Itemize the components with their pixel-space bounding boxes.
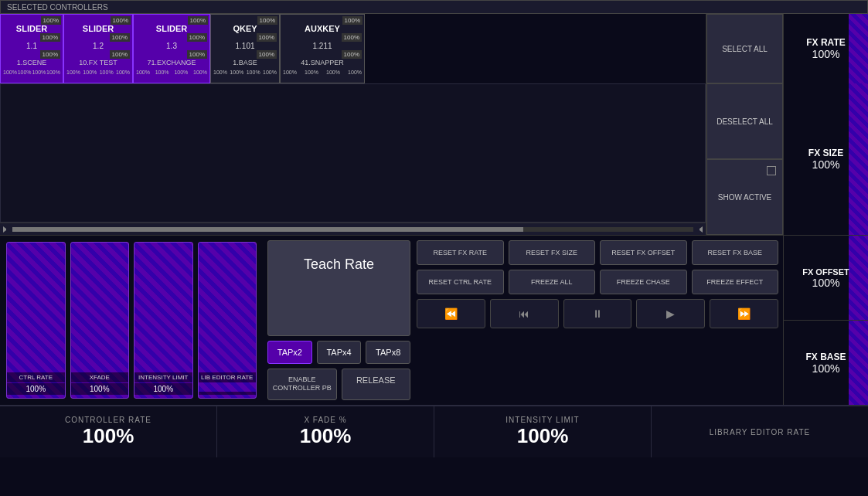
- reset-ctrl-rate-button[interactable]: RESET CTRL RATE: [417, 270, 504, 294]
- tap-row: TAPx2 TAPx4 TAPx8: [267, 341, 410, 364]
- transport-play[interactable]: ▶: [636, 299, 705, 328]
- transport-ff[interactable]: ⏩: [710, 299, 778, 328]
- xfade-percent: 100%: [71, 383, 129, 395]
- qkey-id: 1.101: [213, 42, 277, 50]
- transport-row: ⏪ ⏮ ⏸ ▶ ⏩: [417, 299, 778, 328]
- transport-pause[interactable]: ⏸: [563, 299, 632, 328]
- controller-card-slider-1-3[interactable]: 100% SLIDER 100% 1.3 100% 71.EXCHANGE 10…: [133, 14, 210, 83]
- fx-offset-label: FX OFFSET: [802, 267, 849, 277]
- fx-base-stripe: [849, 321, 868, 405]
- main-controls: Teach Rate TAPx2 TAPx4 TAPx8 ENABLECONTR…: [263, 236, 783, 405]
- selected-controllers-bar: SELECTED CONTROLLERS: [0, 0, 868, 14]
- action-buttons: RESET FX RATE RESET FX SIZE RESET FX OFF…: [417, 240, 778, 400]
- controllers-area: 100% SLIDER 100% 1.1 100% 1.SCENE 100% 1…: [0, 14, 706, 83]
- slider-1-3-sub: 71.EXCHANGE: [136, 59, 207, 66]
- slider-1-2-name: SLIDER: [66, 24, 130, 33]
- intensity-percent: 100%: [134, 383, 192, 395]
- tapx4-button[interactable]: TAPx4: [317, 341, 362, 364]
- mid-wrapper: [0, 83, 706, 235]
- slider-1-1-id: 1.1: [3, 42, 60, 50]
- slider-1-1-badge2: 100%: [40, 33, 60, 42]
- select-panel: SELECT ALL: [706, 14, 783, 83]
- fx-offset-value: 100%: [812, 277, 840, 289]
- controller-card-qkey[interactable]: 100% QKEY 100% 1.101 100% 1.BASE 100% 10…: [210, 14, 280, 83]
- status-bar: CONTROLLER RATE 100% X FADE % 100% INTEN…: [0, 405, 868, 457]
- scroll-left-arrow[interactable]: [3, 226, 9, 233]
- fx-rate-label: FX RATE: [806, 37, 845, 48]
- fx-offset-item: FX OFFSET 100%: [784, 236, 868, 321]
- intensity-limit-slider[interactable]: INTENSITY LIMIT 100%: [134, 242, 193, 399]
- scrollbar-area[interactable]: [0, 223, 706, 235]
- scroll-thumb: [12, 227, 523, 232]
- ctrl-rate-slider[interactable]: CTRL RATE 100%: [6, 242, 66, 399]
- btm-row: CTRL RATE 100% XFADE 100% INTENSITY LIMI…: [0, 235, 868, 405]
- xfade-slider[interactable]: XFADE 100%: [70, 242, 130, 399]
- fx-base-item: FX BASE 100%: [784, 321, 868, 405]
- tapx8-button[interactable]: TAPx8: [366, 341, 410, 364]
- qkey-name: QKEY: [213, 24, 277, 33]
- fx-rate-stripe: [849, 14, 868, 83]
- qkey-sub: 1.BASE: [213, 59, 277, 66]
- status-xfade-label: X FADE %: [304, 416, 346, 424]
- reset-fx-size-button[interactable]: RESET FX SIZE: [509, 240, 596, 265]
- enable-controller-button[interactable]: ENABLECONTROLLER PB: [267, 369, 337, 400]
- top-row: 100% SLIDER 100% 1.1 100% 1.SCENE 100% 1…: [0, 14, 868, 83]
- auxkey-sub: 41.SNAPPER: [283, 59, 362, 66]
- select-all-button[interactable]: SELECT ALL: [706, 14, 783, 83]
- status-ctrl-rate-value: 100%: [83, 424, 134, 448]
- mid-row: DESELECT ALL SHOW ACTIVE FX SIZE 100%: [0, 83, 868, 235]
- controller-card-auxkey[interactable]: 100% AUXKEY 100% 1.211 100% 41.SNAPPER 1…: [280, 14, 365, 83]
- deselect-all-button[interactable]: DESELECT ALL: [706, 83, 783, 159]
- p3: 100%: [32, 70, 46, 75]
- transport-prev[interactable]: ⏮: [490, 299, 559, 328]
- status-intensity: INTENSITY LIMIT 100%: [434, 406, 652, 457]
- action-row-2: RESET CTRL RATE FREEZE ALL FREEZE CHASE …: [417, 270, 778, 294]
- tapx2-button[interactable]: TAPx2: [267, 341, 312, 364]
- scroll-track[interactable]: [12, 227, 693, 232]
- fx-size-item: FX SIZE 100%: [783, 83, 868, 235]
- lib-editor-slider[interactable]: LIB EDITOR RATE: [198, 242, 257, 399]
- slider-1-2-badge: 100%: [111, 16, 131, 25]
- auxkey-id: 1.211: [283, 42, 362, 50]
- slider-1-2-id: 1.2: [66, 42, 130, 50]
- slider-1-3-name: SLIDER: [136, 24, 207, 33]
- freeze-effect-button[interactable]: FREEZE EFFECT: [692, 270, 779, 294]
- show-active-checkbox[interactable]: [767, 166, 776, 175]
- status-ctrl-rate-label: CONTROLLER RATE: [65, 416, 151, 424]
- lib-editor-label: LIB EDITOR RATE: [199, 372, 257, 382]
- auxkey-name: AUXKEY: [283, 24, 362, 33]
- reset-fx-offset-button[interactable]: RESET FX OFFSET: [600, 240, 687, 265]
- teach-rate-button[interactable]: Teach Rate: [267, 240, 410, 336]
- ctrl-rate-percent: 100%: [7, 383, 65, 395]
- reset-fx-base-button[interactable]: RESET FX BASE: [692, 240, 779, 265]
- controller-card-slider-1-2[interactable]: 100% SLIDER 100% 1.2 100% 10.FX TEST 100…: [63, 14, 133, 83]
- slider-1-1-name: SLIDER: [3, 24, 60, 33]
- transport-rewind[interactable]: ⏪: [417, 299, 485, 328]
- slider-columns: CTRL RATE 100% XFADE 100% INTENSITY LIMI…: [0, 236, 263, 405]
- show-active-label: SHOW ACTIVE: [718, 193, 771, 202]
- reset-fx-rate-button[interactable]: RESET FX RATE: [417, 240, 504, 265]
- p1: 100%: [3, 70, 17, 75]
- fx-offset-stripe: [849, 236, 868, 320]
- slider-1-1-badge3: 100%: [40, 50, 60, 59]
- controller-card-slider-1-1[interactable]: 100% SLIDER 100% 1.1 100% 1.SCENE 100% 1…: [0, 14, 63, 83]
- freeze-chase-button[interactable]: FREEZE CHASE: [600, 270, 687, 294]
- fx-size-stripe: [849, 83, 868, 235]
- fx-size-label: FX SIZE: [808, 148, 843, 158]
- slider-1-1-sub: 1.SCENE: [3, 59, 60, 66]
- fx-rate-value: 100%: [812, 48, 840, 60]
- ctrl-rate-label: CTRL RATE: [7, 372, 65, 382]
- status-xfade-value: 100%: [300, 424, 352, 448]
- slider-1-2-sub: 10.FX TEST: [66, 59, 130, 66]
- lib-editor-percent: [199, 392, 257, 395]
- status-lib-editor: LIBRARY EDITOR RATE: [652, 406, 868, 457]
- status-lib-editor-label: LIBRARY EDITOR RATE: [710, 428, 811, 437]
- slider-1-1-badge: 100%: [41, 16, 61, 25]
- fx-base-value: 100%: [812, 362, 840, 375]
- freeze-all-button[interactable]: FREEZE ALL: [509, 270, 596, 294]
- slider-1-3-badge: 100%: [188, 16, 208, 25]
- scroll-right-arrow[interactable]: [696, 226, 703, 233]
- release-button[interactable]: RELEASE: [342, 369, 411, 400]
- show-active-button[interactable]: SHOW ACTIVE: [706, 159, 783, 235]
- app-layout: SELECTED CONTROLLERS 100% SLIDER 100% 1.…: [0, 0, 868, 496]
